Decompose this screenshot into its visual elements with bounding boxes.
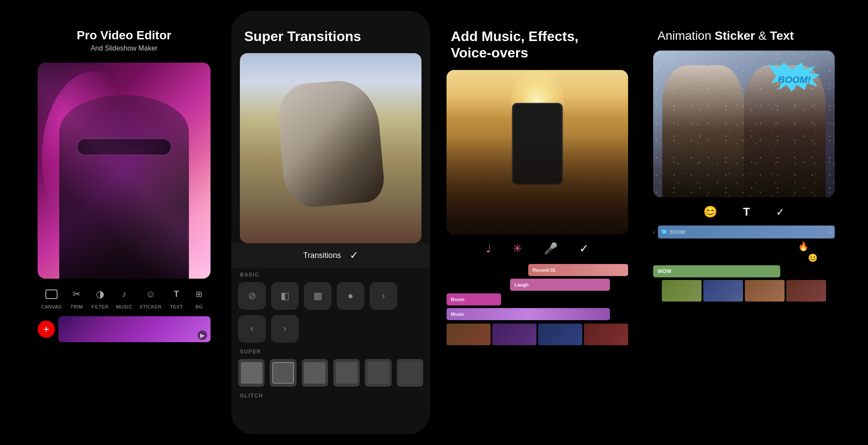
screen1: Pro Video Editor And Slideshow Maker CAN…	[25, 11, 223, 434]
screen1-timeline: +	[38, 313, 211, 346]
basic-label: BASIC	[231, 267, 430, 280]
filter-icon-wrap: ◑	[93, 286, 108, 302]
super-item-3[interactable]	[302, 359, 328, 387]
chevron-right-icon: ›	[830, 229, 831, 235]
sticker-bar: BOOM! ›	[658, 226, 835, 238]
screen4: Animation Sticker & Text BOOM! 😊 T ✓ ‹	[645, 11, 843, 434]
sticker-label: STICKER	[140, 304, 162, 309]
screen3-controls: ♩ ✳ 🎤 ✓	[438, 234, 637, 260]
screen4-header: Animation Sticker & Text	[645, 11, 843, 51]
filter-icon: ◑	[96, 289, 104, 300]
trans-next[interactable]: ›	[271, 315, 299, 343]
add-button[interactable]: +	[38, 321, 55, 338]
canvas-box	[45, 289, 57, 299]
screen3-header: Add Music, Effects,Voice-overs	[438, 11, 637, 70]
screen3-title-plain: Add	[451, 29, 482, 44]
screen4-photo: BOOM!	[653, 51, 835, 197]
check-control-icon[interactable]: ✓	[776, 206, 785, 218]
screen4-text-bold: Text	[770, 29, 794, 42]
emoji-control-icon[interactable]: 😊	[703, 205, 717, 219]
screen2-panel: Transitions ✓	[231, 243, 430, 267]
s4-thumb-4	[786, 280, 826, 302]
toolbar-item-trim[interactable]: ✂ TRIM	[69, 286, 84, 309]
screen3-timeline: Record 01 Laugh Boom Music	[438, 260, 637, 350]
music-icon: ♪	[122, 289, 126, 299]
screen3: Add Music, Effects,Voice-overs ♩ ✳ 🎤 ✓ R…	[438, 11, 637, 434]
screen2: Super Transitions Transitions ✓ BASIC ⊘ …	[231, 11, 430, 434]
record-bar: Record 01	[528, 264, 628, 276]
toolbar-item-bg[interactable]: ⊞ BG	[191, 286, 207, 309]
timeline-row-laugh: Laugh	[447, 279, 628, 291]
super-item-1[interactable]	[238, 359, 265, 387]
trans-dot[interactable]: ●	[337, 282, 364, 310]
voice-control-icon[interactable]: 🎤	[544, 242, 558, 255]
screen3-title: Add Music, Effects,Voice-overs	[451, 28, 624, 61]
screens-container: Pro Video Editor And Slideshow Maker CAN…	[16, 2, 852, 443]
thumb-1	[447, 324, 491, 345]
thumb-4	[584, 324, 628, 345]
s4-thumb-1	[662, 280, 702, 302]
skater-scene	[240, 53, 421, 243]
filter-label: FILTER	[92, 304, 109, 309]
thumb-3	[538, 324, 582, 345]
sticker-track: ‹ BOOM! ›	[653, 226, 835, 238]
trans-left[interactable]: ‹	[238, 315, 266, 343]
music-bar: Music	[447, 308, 610, 320]
bg-icon-wrap: ⊞	[191, 286, 207, 302]
trans-slide[interactable]: ◧	[271, 282, 299, 310]
super-label: SUPER	[231, 344, 430, 357]
sticker-icon: ☺	[146, 289, 155, 300]
phone-2: Super Transitions Transitions ✓ BASIC ⊘ …	[231, 11, 430, 434]
effects-control-icon[interactable]: ✳	[513, 242, 522, 255]
toolbar-item-filter[interactable]: ◑ FILTER	[92, 286, 109, 309]
bg-label: BG	[195, 304, 203, 309]
screen4-timeline: ‹ BOOM! › 🔥 😊 WOW	[645, 222, 843, 305]
timeline-row-boom: Boom	[447, 293, 628, 305]
super-item-6[interactable]	[397, 359, 423, 387]
boom-bar-label: BOOM!	[670, 229, 686, 235]
text-icon-wrap: T	[169, 286, 184, 302]
screen4-thumbs	[653, 280, 835, 302]
screen4-controls: 😊 T ✓	[645, 197, 843, 222]
super-item-5[interactable]	[365, 359, 391, 387]
text-control-icon[interactable]: T	[743, 205, 750, 219]
screen4-sticker-bold: Sticker	[715, 29, 755, 42]
toolbar-item-text[interactable]: T TEXT	[169, 286, 184, 309]
screen1-title-line2: And Slideshow Maker	[38, 44, 211, 52]
chevron-left-icon: ‹	[653, 229, 655, 235]
toolbar-item-canvas[interactable]: CANVAS	[41, 286, 61, 309]
check-button[interactable]: ✓	[350, 249, 358, 261]
check-control-icon[interactable]: ✓	[579, 242, 589, 255]
canvas-label: CANVAS	[41, 304, 61, 309]
kids-scene: BOOM!	[653, 51, 835, 197]
screen2-header: Super Transitions	[231, 11, 430, 53]
trans-fade[interactable]: ▦	[304, 282, 332, 310]
sticker-icon-wrap: ☺	[143, 286, 158, 302]
screen3-photo	[447, 70, 628, 234]
toolbar-item-sticker[interactable]: ☺ STICKER	[140, 286, 162, 309]
s4-thumb-3	[745, 280, 785, 302]
super-item-2[interactable]	[270, 359, 296, 387]
fire-row: 🔥	[653, 241, 835, 251]
laugh-bar: Laugh	[510, 279, 610, 291]
emoji2-sticker-icon: 😊	[808, 253, 817, 263]
timeline-row-music: Music	[447, 308, 628, 320]
trans-none[interactable]: ⊘	[238, 282, 266, 310]
phone-1: Pro Video Editor And Slideshow Maker CAN…	[25, 11, 223, 434]
screen4-title: Animation Sticker & Text	[657, 28, 830, 44]
boom-sticker-dot	[661, 229, 667, 235]
trans-right[interactable]: ›	[370, 282, 397, 310]
glitch-label: GLITCH	[231, 388, 430, 401]
trim-label: TRIM	[70, 304, 83, 309]
music-control-icon[interactable]: ♩	[486, 242, 491, 255]
phone-3: Add Music, Effects,Voice-overs ♩ ✳ 🎤 ✓ R…	[438, 11, 637, 434]
toolbar-item-music[interactable]: ♪ MUSIC	[116, 286, 132, 309]
text-icon: T	[174, 289, 179, 299]
timeline-thumbs	[447, 324, 628, 345]
panel-title: Transitions	[303, 251, 341, 260]
canvas-icon	[44, 286, 59, 302]
thumb-2	[492, 324, 536, 345]
person-figure	[59, 95, 189, 279]
wow-bar: WOW	[653, 265, 780, 277]
super-item-4[interactable]	[333, 359, 360, 387]
